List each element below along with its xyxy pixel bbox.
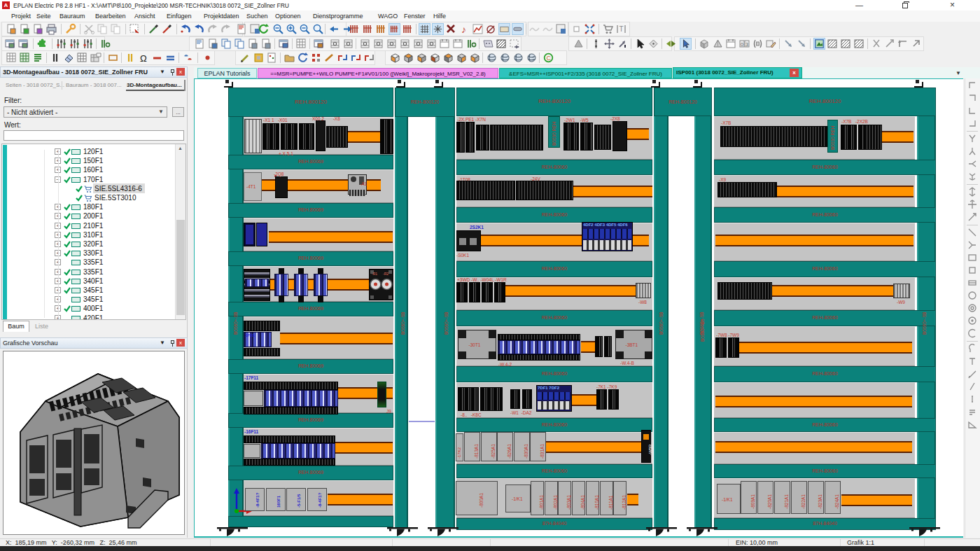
svg-text:0: 0 — [741, 42, 743, 47]
svg-text:Ω: Ω — [140, 53, 147, 64]
svg-text:T: T — [620, 25, 624, 33]
svg-text:C: C — [547, 55, 552, 62]
svg-text:-R1: -R1 — [372, 272, 377, 276]
svg-text:♪: ♪ — [461, 24, 466, 35]
svg-text:3: 3 — [746, 42, 748, 47]
svg-text:-R2: -R2 — [383, 272, 388, 276]
